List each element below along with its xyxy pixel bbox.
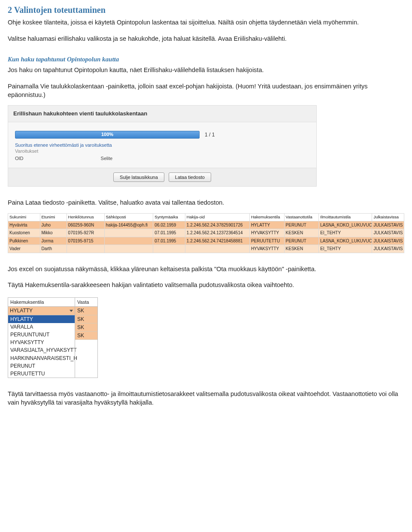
- table-column-header: Hakemuksentila: [249, 213, 284, 221]
- table-column-header: Ilmoittautumistila: [319, 213, 372, 221]
- dropdown-header-vasta: Vasta: [75, 298, 97, 307]
- table-cell: LASNA_KOKO_LUKUVUOSI: [319, 237, 372, 245]
- subheading-when-via-opintopolku: Kun haku tapahtunut Opintopolun kautta: [8, 55, 404, 63]
- table-cell: Darth: [40, 245, 67, 253]
- table-cell: HYVAKSYTTY: [249, 229, 284, 237]
- table-cell: 07.01.1995: [153, 229, 185, 237]
- table-cell: [104, 237, 153, 245]
- after-table-paragraph-2: Täytä Hakemuksentila-sarakkeeseen hakija…: [8, 281, 404, 290]
- table-cell: HYVAKSYTTY: [249, 245, 284, 253]
- applicants-table: SukunimiEtunimiHenkilötunnusSähköpostiSy…: [8, 213, 404, 253]
- warnings-label: Varoitukset: [15, 148, 309, 154]
- table-cell: [104, 229, 153, 237]
- table-cell: 06.02.1959: [153, 221, 185, 229]
- table-cell: EI_TEHTY: [319, 245, 372, 253]
- col-header-selite: Selite: [101, 155, 113, 162]
- table-cell: 1.2.246.562.24.37825901726: [185, 221, 249, 229]
- status-dropdown-screenshot: Hakemuksentila HYLATTY HYLATTYVARALLAPER…: [8, 297, 98, 378]
- table-column-header: Julkaistavissa: [372, 213, 404, 221]
- dropdown-option[interactable]: VARALLA: [8, 323, 75, 331]
- table-cell: 1.2.246.562.24.12372364514: [185, 229, 249, 237]
- table-column-header: Syntymäaika: [153, 213, 185, 221]
- progress-ok-message: Suoritus etenee virheettömästi ja varoit…: [15, 142, 309, 148]
- dropdown-option[interactable]: HYLATTY: [8, 315, 75, 323]
- sub1-body-2: Painamalla Vie taulukkolaskentaan -paini…: [8, 82, 404, 99]
- table-row: HyvävirtaJuho060259-960Nhakija-164455@op…: [8, 221, 404, 229]
- table-cell: 070195-927R: [67, 229, 104, 237]
- table-cell: PERUUTETTU: [249, 237, 284, 245]
- dropdown-selected-value: HYLATTY: [10, 307, 33, 314]
- table-row: PulkkinenJorma070195-971507.01.19951.2.2…: [8, 237, 404, 245]
- after-table-paragraph-1: Jos excel on suojatussa näkymässä, klikk…: [8, 265, 404, 274]
- after-dialog-paragraph: Paina Lataa tiedosto -painiketta. Valits…: [8, 199, 404, 207]
- table-cell: JULKAISTAVIS: [372, 229, 404, 237]
- download-file-button[interactable]: Lataa tiedosto: [169, 172, 211, 182]
- table-cell: KESKEN: [284, 229, 319, 237]
- adjacent-cell-value: SK: [75, 323, 97, 332]
- table-cell: Hyvävirta: [8, 221, 40, 229]
- sub1-body-1: Jos haku on tapahtunut Opintopolun kautt…: [8, 66, 404, 75]
- table-column-header: Sähköposti: [104, 213, 153, 221]
- table-header-row: SukunimiEtunimiHenkilötunnusSähköpostiSy…: [8, 213, 404, 221]
- dropdown-option[interactable]: PERUUTETTU: [8, 370, 75, 378]
- table-cell: Mikko: [40, 229, 67, 237]
- table-cell: 07.01.1995: [153, 237, 185, 245]
- progress-percent: 100%: [101, 131, 113, 138]
- dropdown-option[interactable]: HYVAKSYTTY: [8, 339, 75, 346]
- col-header-oid: OID: [15, 155, 24, 162]
- table-cell: PERUNUT: [284, 237, 319, 245]
- table-cell: hakija-164455@oph.fi: [104, 221, 153, 229]
- table-cell: HYLATTY: [249, 221, 284, 229]
- table-cell: [153, 245, 185, 253]
- table-cell: PERUNUT: [284, 221, 319, 229]
- table-cell: Juho: [40, 221, 67, 229]
- table-cell: KESKEN: [284, 245, 319, 253]
- chevron-down-icon: [70, 310, 73, 312]
- dropdown-option-list[interactable]: HYLATTYVARALLAPERUUNTUNUTHYVAKSYTTYVARAS…: [8, 315, 75, 378]
- table-cell: 070195-9715: [67, 237, 104, 245]
- dropdown-option[interactable]: VARASIJALTA_HYVAKSYTT: [8, 346, 75, 354]
- table-row: VaderDarthHYVAKSYTTYKESKENEI_TEHTYJULKAI…: [8, 245, 404, 253]
- close-download-window-button[interactable]: Sulje latausikkuna: [113, 172, 164, 182]
- table-cell: Pulkkinen: [8, 237, 40, 245]
- section-heading: 2 Valintojen toteuttaminen: [8, 4, 404, 16]
- table-column-header: Etunimi: [40, 213, 67, 221]
- table-cell: Vader: [8, 245, 40, 253]
- table-cell: JULKAISTAVIS: [372, 245, 404, 253]
- table-cell: 060259-960N: [67, 221, 104, 229]
- dropdown-header-hakemuksentila: Hakemuksentila: [8, 298, 75, 307]
- dialog-title: Erillishaun hakukohteen vienti taulukkol…: [8, 106, 316, 122]
- table-cell: Kuostonen: [8, 229, 40, 237]
- dropdown-option[interactable]: PERUNUT: [8, 362, 75, 370]
- progress-bar: 100%: [15, 131, 200, 139]
- table-cell: JULKAISTAVIS: [372, 237, 404, 245]
- table-cell: [185, 245, 249, 253]
- table-cell: [67, 245, 104, 253]
- table-column-header: Hakija-oid: [185, 213, 249, 221]
- table-cell: 1.2.246.562.24.74218458881: [185, 237, 249, 245]
- dropdown-option[interactable]: HARKINNANVARAISESTI_H: [8, 354, 75, 362]
- adjacent-cell-value: SK: [75, 315, 97, 323]
- table-cell: LASNA_KOKO_LUKUVUOSI: [319, 221, 372, 229]
- adjacent-cell-value: SK: [75, 307, 97, 315]
- table-column-header: Sukunimi: [8, 213, 40, 221]
- table-cell: [104, 245, 153, 253]
- progress-count: 1 / 1: [205, 131, 215, 138]
- table-column-header: Vastaanottotila: [284, 213, 319, 221]
- closing-paragraph: Täytä tarvittaessa myös vastaanotto- ja …: [8, 390, 404, 407]
- table-column-header: Henkilötunnus: [67, 213, 104, 221]
- intro-paragraph-1: Ohje koskee tilanteita, joissa ei käytet…: [8, 18, 404, 27]
- table-cell: Jorma: [40, 237, 67, 245]
- dropdown-selected-cell[interactable]: HYLATTY: [8, 307, 75, 315]
- table-cell: JULKAISTAVIS: [372, 221, 404, 229]
- table-cell: EI_TEHTY: [319, 229, 372, 237]
- intro-paragraph-2: Valitse haluamasi erillishaku valikosta …: [8, 35, 404, 43]
- table-row: KuostonenMikko070195-927R07.01.19951.2.2…: [8, 229, 404, 237]
- export-dialog: Erillishaun hakukohteen vienti taulukkol…: [8, 105, 317, 187]
- adjacent-cell-value: SK: [75, 332, 97, 340]
- dropdown-option[interactable]: PERUUNTUNUT: [8, 331, 75, 339]
